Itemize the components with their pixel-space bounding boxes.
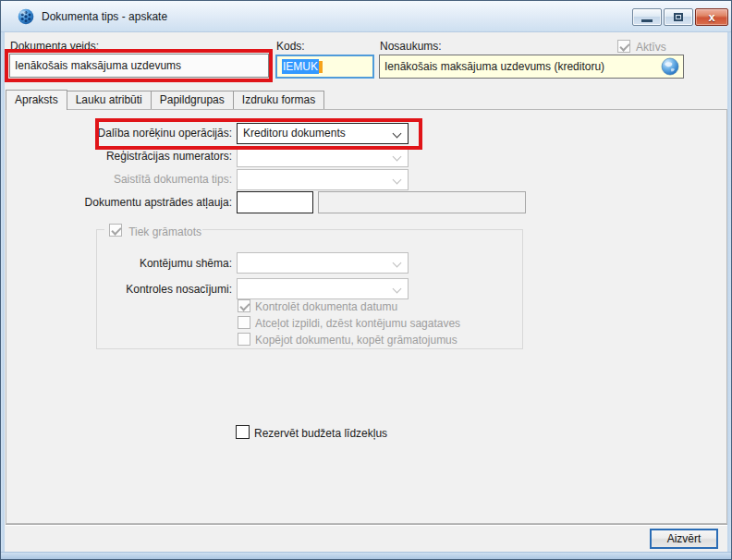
numerator-label: Reģistrācijas numerators:	[10, 150, 232, 163]
restore-icon	[674, 13, 683, 21]
titlebar[interactable]: Dokumenta tips - apskate x	[1, 1, 731, 32]
chevron-down-icon	[393, 152, 402, 162]
close-window-button[interactable]: x	[695, 8, 728, 26]
numerator-dropdown	[237, 146, 409, 167]
control-conditions-label: Kontroles nosacījumi:	[10, 283, 232, 296]
processing-permission-code-input[interactable]	[237, 191, 313, 213]
participation-dropdown[interactable]: Kreditoru dokuments	[237, 123, 409, 144]
chevron-down-icon	[393, 129, 402, 139]
tab-izdruku-formas[interactable]: Izdruku formas	[233, 91, 324, 109]
tab-bar: Apraksts Lauku atribūti Papildgrupas Izd…	[6, 90, 323, 109]
window-frame-right	[727, 32, 731, 559]
document-kind-label: Dokumenta veids:	[10, 40, 99, 53]
code-input[interactable]: IEMUK	[275, 55, 374, 79]
chevron-down-icon	[393, 259, 402, 268]
chevron-down-icon	[393, 176, 402, 185]
delete-drafts-label: Atceļot izpildi, dzēst kontējumu sagatav…	[255, 317, 460, 330]
name-label: Nosaukums:	[380, 40, 442, 53]
control-conditions-dropdown	[237, 278, 409, 299]
tab-lauku-atributi[interactable]: Lauku atribūti	[67, 91, 152, 109]
text-caret	[319, 61, 323, 73]
close-dialog-button[interactable]: Aizvērt	[650, 529, 718, 549]
posting-label: Tiek grāmatots	[128, 225, 201, 238]
chevron-down-icon	[393, 285, 402, 294]
control-date-label: Kontrolēt dokumenta datumu	[255, 300, 397, 313]
close-icon: x	[696, 10, 727, 24]
copy-postings-checkbox	[238, 333, 250, 346]
reserve-budget-label: Rezervēt budžeta līdzekļus	[254, 427, 387, 440]
posting-group-caption: Tiek grāmatots	[104, 223, 202, 237]
scheme-dropdown	[237, 252, 409, 274]
active-checkbox[interactable]	[617, 40, 630, 53]
minimize-icon	[641, 19, 653, 22]
window-title: Dokumenta tips - apskate	[42, 10, 167, 23]
app-logo-icon	[18, 8, 34, 25]
active-label: Aktīvs	[636, 41, 666, 54]
document-kind-input[interactable]: Ienākošais maksājuma uzdevums	[9, 54, 269, 78]
copy-postings-label: Kopējot dokumentu, kopēt grāmatojumus	[255, 334, 458, 347]
reserve-budget-checkbox[interactable]	[236, 425, 250, 439]
restore-button[interactable]	[664, 8, 693, 26]
name-input[interactable]: Ienākošais maksājuma uzdevums (kreditoru…	[379, 55, 684, 79]
scheme-label: Kontējumu shēma:	[10, 257, 232, 270]
participation-label: Dalība norēķinu operācijās:	[10, 127, 232, 140]
delete-drafts-checkbox	[238, 316, 250, 329]
related-type-dropdown	[237, 169, 409, 190]
control-date-checkbox	[238, 299, 250, 312]
window-frame-left	[1, 32, 5, 559]
tab-papildgrupas[interactable]: Papildgrupas	[151, 91, 234, 109]
participation-value: Kreditoru dokuments	[243, 127, 346, 140]
code-label: Kods:	[276, 40, 305, 53]
globe-icon[interactable]	[661, 57, 679, 76]
related-type-label: Saistītā dokumenta tips:	[10, 173, 232, 186]
tab-apraksts[interactable]: Apraksts	[6, 90, 67, 110]
window-frame-bottom	[1, 552, 731, 559]
dialog-window: Dokumenta tips - apskate x Dokumenta vei…	[0, 0, 732, 560]
footer-divider	[6, 524, 728, 526]
processing-permission-name-input	[318, 191, 526, 213]
minimize-button[interactable]	[632, 8, 662, 26]
posting-checkbox[interactable]	[109, 224, 122, 237]
processing-permission-label: Dokumentu apstrādes atļauja:	[10, 196, 232, 209]
selected-text: IEMUK	[282, 59, 319, 74]
